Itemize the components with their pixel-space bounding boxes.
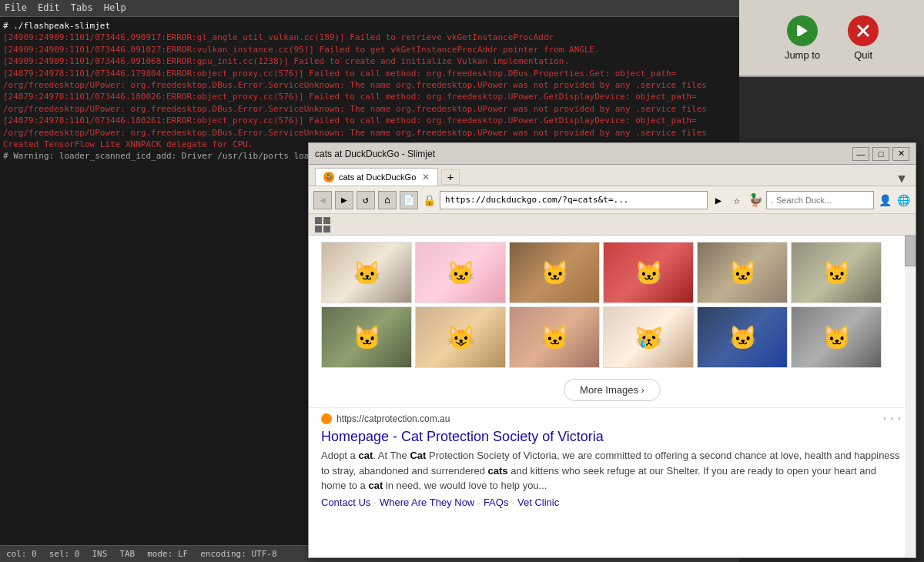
home-button[interactable]: ⌂ [378, 191, 397, 209]
cat-image-grid: 🐱 🐱 🐱 🐱 🐱 🐱 🐱 😺 🐱 😿 🐱 🐱 [309, 236, 916, 374]
result-source: https://catprotection.com.au ··· [321, 411, 903, 426]
result-title[interactable]: Homepage - Cat Protection Society of Vic… [321, 429, 903, 445]
jump-to-icon [787, 15, 818, 46]
menu-help[interactable]: Help [104, 2, 126, 15]
back-button[interactable]: ◀ [313, 191, 332, 209]
minimize-button[interactable]: — [852, 147, 869, 161]
cat-image-5[interactable]: 🐱 [697, 242, 788, 303]
result-favicon-icon [321, 413, 332, 424]
close-button[interactable]: ✕ [892, 147, 909, 161]
status-tab: TAB [119, 548, 135, 560]
right-toolbar: Jump to Quit [739, 0, 924, 77]
status-col: col: 0 [6, 548, 37, 560]
browser-toolbar2 [309, 214, 916, 236]
cat-image-3[interactable]: 🐱 [509, 242, 600, 303]
terminal-line: [24909:24909:1101/073446.090917:ERROR:gl… [3, 32, 736, 43]
tab-close-button[interactable]: ✕ [422, 172, 430, 182]
more-images-container: More Images › [309, 374, 916, 407]
result-link-contact[interactable]: Contact Us [321, 497, 370, 508]
terminal-line: [24879:24978:1101/073446.179804:ERROR:ob… [3, 68, 736, 92]
terminal-menubar: File Edit Tabs Help [0, 0, 739, 17]
secure-icon: 🔒 [421, 192, 437, 208]
window-controls: — □ ✕ [852, 147, 909, 161]
result-menu-button[interactable]: ··· [881, 411, 903, 426]
url-bar[interactable] [440, 191, 708, 209]
result-links: Contact Us · Where Are They Now · FAQs ·… [321, 497, 903, 508]
tab-dropdown-button[interactable]: ▼ [894, 170, 909, 186]
terminal-line: [24909:24909:1101/073446.091027:ERROR:vu… [3, 44, 736, 55]
cat-image-6[interactable]: 🐱 [791, 242, 882, 303]
cat-image-4[interactable]: 🐱 [603, 242, 694, 303]
quit-label: Quit [854, 49, 872, 61]
result-url: https://catprotection.com.au [336, 413, 450, 424]
cat-image-12[interactable]: 🐱 [791, 306, 882, 368]
search-result-1: https://catprotection.com.au ··· Homepag… [309, 407, 916, 514]
forward-button[interactable]: ▶ [335, 191, 353, 209]
result-link-vet[interactable]: Vet Clinic [517, 497, 559, 508]
maximize-button[interactable]: □ [872, 147, 889, 161]
bookmark-icon[interactable]: ☆ [729, 192, 745, 208]
globe-icon: 🌐 [896, 192, 911, 208]
rss-icon: ▶ [711, 192, 726, 208]
terminal-line: # ./flashpeak-slimjet [3, 20, 736, 32]
cat-image-2[interactable]: 🐱 [415, 242, 506, 303]
menu-tabs[interactable]: Tabs [71, 2, 93, 15]
svg-rect-1 [797, 25, 799, 36]
cat-image-8[interactable]: 😺 [415, 306, 506, 368]
quit-button[interactable]: Quit [842, 9, 885, 67]
jump-to-label: Jump to [785, 49, 820, 61]
cat-image-7[interactable]: 🐱 [321, 306, 412, 368]
new-tab-button[interactable]: + [441, 169, 460, 185]
search-input[interactable] [766, 191, 874, 209]
page-button[interactable]: 📄 [400, 191, 418, 209]
status-encoding: encoding: UTF-8 [200, 548, 276, 560]
browser-title: cats at DuckDuckGo - Slimjet [315, 149, 435, 159]
cat-image-1[interactable]: 🐱 [321, 242, 412, 303]
terminal-line: [24909:24909:1101/073446.091068:ERROR:gp… [3, 55, 736, 67]
image-row-2: 🐱 😺 🐱 😿 🐱 🐱 [321, 306, 903, 368]
quit-icon [848, 15, 879, 46]
menu-file[interactable]: File [5, 2, 27, 15]
browser-tab-active[interactable]: 🦆 cats at DuckDuckGo ✕ [315, 168, 438, 186]
result-link-where[interactable]: Where Are They Now [380, 497, 474, 508]
browser-content: 🐱 🐱 🐱 🐱 🐱 🐱 🐱 😺 🐱 😿 🐱 🐱 More Images › [309, 236, 916, 557]
terminal-line: [24879:24978:1101/073446.180026:ERROR:ob… [3, 91, 736, 115]
tab-favicon-icon: 🦆 [323, 172, 334, 182]
apps-grid-icon[interactable] [315, 217, 330, 232]
cat-image-11[interactable]: 🐱 [697, 306, 788, 368]
status-ins: INS [92, 548, 108, 560]
image-row-1: 🐱 🐱 🐱 🐱 🐱 🐱 [321, 242, 903, 303]
tab-label: cats at DuckDuckGo [339, 172, 416, 182]
user-icon[interactable]: 👤 [877, 192, 892, 208]
status-mode: mode: LF [147, 548, 188, 560]
jump-to-button[interactable]: Jump to [778, 9, 826, 67]
result-snippet: Adopt a cat. At The Cat Protection Socie… [321, 448, 903, 493]
cat-image-9[interactable]: 🐱 [509, 306, 600, 368]
browser-window: cats at DuckDuckGo - Slimjet — □ ✕ 🦆 cat… [308, 142, 916, 558]
browser-scrollbar[interactable] [905, 236, 916, 557]
cat-image-10[interactable]: 😿 [603, 306, 694, 368]
browser-favicon: 🦆 [748, 192, 763, 208]
terminal-line: [24879:24978:1101/073446.180261:ERROR:ob… [3, 115, 736, 139]
more-images-button[interactable]: More Images › [564, 379, 661, 401]
svg-marker-0 [799, 25, 808, 36]
menu-edit[interactable]: Edit [38, 2, 60, 15]
reload-button[interactable]: ↺ [357, 191, 375, 209]
browser-tabbar: 🦆 cats at DuckDuckGo ✕ + ▼ [309, 165, 916, 186]
status-sel: sel: 0 [49, 548, 80, 560]
browser-scroll-thumb[interactable] [905, 236, 916, 266]
browser-titlebar: cats at DuckDuckGo - Slimjet — □ ✕ [309, 143, 916, 165]
browser-navbar: ◀ ▶ ↺ ⌂ 📄 🔒 ▶ ☆ 🦆 👤 🌐 [309, 186, 916, 214]
result-link-faqs[interactable]: FAQs [484, 497, 509, 508]
